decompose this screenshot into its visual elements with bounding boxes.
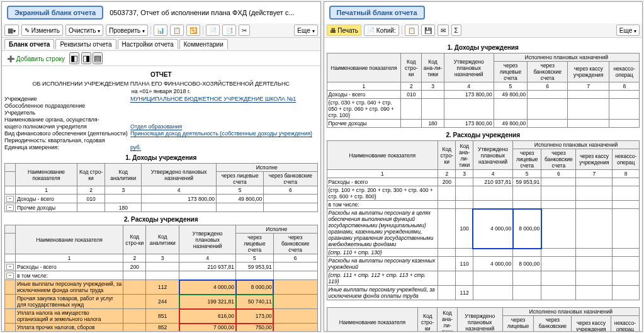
val-unit: руб. xyxy=(130,144,141,150)
copies-button[interactable]: 📄 Копий: xyxy=(364,25,399,36)
left-content[interactable]: ОТЧЕТ ОБ ИСПОЛНЕНИИ УЧРЕЖДЕНИЕМ ПЛАНА ЕГ… xyxy=(2,66,320,331)
clear-button[interactable]: Очистить ▾ xyxy=(65,25,103,36)
section2-title: 2. Расходы учреждения xyxy=(4,216,318,223)
rtool-d[interactable]: Σ xyxy=(451,25,461,36)
expand-toggle[interactable]: − xyxy=(6,273,14,279)
table-row[interactable]: − Прочие доходы 180 xyxy=(5,203,318,212)
lbl-subdivision: Обособленное подразделение xyxy=(4,103,130,109)
more-button-left[interactable]: Еще ▾ xyxy=(294,25,317,36)
table-row[interactable]: Иные выплаты персоналу учреждений, за ис… xyxy=(5,280,318,295)
rtool-b[interactable]: 💾 xyxy=(421,25,435,36)
r-expense-table-2: Наименование показателя Код стро-ки Код … xyxy=(327,307,640,331)
tool-icon-b[interactable]: 📋 xyxy=(170,25,184,36)
income-table: Наименование показателя Код стро-ки Код … xyxy=(4,163,318,212)
tool-icon-e[interactable]: 📑 xyxy=(222,25,236,36)
document-title: 0503737, Отчет об исполнении плана ФХД (… xyxy=(110,9,317,16)
edit-button[interactable]: ✎ Изменить xyxy=(21,25,63,36)
lbl-founder: Учредитель xyxy=(4,110,130,116)
lbl-institution: Учреждение xyxy=(4,96,130,102)
expand-toggle[interactable]: − xyxy=(6,264,14,270)
check-button[interactable]: Проверить ▾ xyxy=(106,25,148,36)
expand-toggle[interactable]: − xyxy=(6,196,14,202)
table-row[interactable]: Прочая закупка товаров, работ и услуг дл… xyxy=(5,295,318,309)
print-button[interactable]: 🖶 Печать xyxy=(327,25,362,36)
table-row: (стр. 100 + стр. 200 + стр. 300 + стр. 4… xyxy=(327,186,640,201)
table-row: Расходы - всего200 210 937,8159 953,91 xyxy=(327,178,640,186)
row-tool-b[interactable]: ◨ xyxy=(81,52,91,64)
tool-icon-c[interactable]: 🔁 xyxy=(186,25,200,36)
r-expense-table-1: Наименование показателя Код стро-ки Код … xyxy=(327,140,640,300)
table-row[interactable]: − Расходы - всего200 210 937,81 59 953,9… xyxy=(5,262,318,271)
left-tabs: Бланк отчета Реквизиты отчета Настройки … xyxy=(2,38,320,51)
val-organ: Отдел образования xyxy=(130,123,182,130)
rtool-c[interactable]: ✉ xyxy=(438,25,449,36)
tab-requisites[interactable]: Реквизиты отчета xyxy=(55,39,116,49)
r-section1: 1. Доходы учреждения xyxy=(327,44,640,51)
expense-table: Наименование показателя Код стро-ки Код … xyxy=(4,225,318,331)
lbl-fin: Вид финансового обеспечения (деятельност… xyxy=(4,130,130,137)
print-form-pane: Печатный бланк отчета 🖶 Печать 📄 Копий: … xyxy=(324,1,643,332)
r-income-table: Наименование показателя Код стро-ки Код … xyxy=(327,53,640,128)
table-row: (стр. 110 + стр. 130) xyxy=(327,249,640,257)
val-institution: МУНИЦИПАЛЬНОЕ БЮДЖЕТНОЕ УЧРЕЖДЕНИЕ ШКОЛА… xyxy=(130,96,296,102)
lbl-period: Периодичность: квартальная, годовая xyxy=(4,137,130,144)
table-row: Иные выплаты персоналу учреждений, за ис… xyxy=(327,286,640,300)
val-fin: Приносящая доход деятельность (собственн… xyxy=(130,130,312,137)
form-date: на «01» января 2018 г. xyxy=(4,88,318,94)
table-row: (стр. 111 + стр. 112 + стр. 113 + стр. 1… xyxy=(327,271,640,286)
lbl-organ: Наименование органа, осуществля- xyxy=(4,116,130,123)
table-row: Прочие доходы180 173 800,0049 800,00 xyxy=(327,120,640,128)
rtool-a[interactable]: 📋 xyxy=(405,25,419,36)
tool-icon-a[interactable]: 📊 xyxy=(154,25,167,36)
right-content[interactable]: 1. Доходы учреждения Наименование показа… xyxy=(324,38,643,331)
tool-icon-f[interactable]: ✂ xyxy=(239,25,250,36)
right-toolbar: 🖶 Печать 📄 Копий: 📋 💾 ✉ Σ Еще ▾ xyxy=(324,23,643,38)
table-row[interactable]: Уплата налога на имущество организаций и… xyxy=(5,309,318,324)
tab-form[interactable]: Бланк отчета xyxy=(4,39,54,49)
icon-button-1[interactable]: ▦▾ xyxy=(4,25,19,36)
table-row[interactable]: − в том числе: xyxy=(5,271,318,280)
form-subtitle: ОБ ИСПОЛНЕНИИ УЧРЕЖДЕНИЕМ ПЛАНА ЕГО ФИНА… xyxy=(4,81,318,87)
table-row[interactable]: Уплата прочих налогов, сборов 852 7 000,… xyxy=(5,324,318,332)
left-toolbar: ▦▾ ✎ Изменить Очистить ▾ Проверить ▾ 📊 📋… xyxy=(2,23,320,38)
row-tool-a[interactable]: ◧ xyxy=(69,52,79,64)
tool-icon-d[interactable]: 📄 xyxy=(206,25,220,36)
add-row-button[interactable]: ➕ Добавить строку xyxy=(4,54,67,64)
expand-toggle[interactable]: − xyxy=(6,205,14,211)
tab-settings[interactable]: Настройки отчета xyxy=(118,39,178,49)
table-row: Расходы на выплаты персоналу казенных уч… xyxy=(327,257,640,271)
screen-form-header: Экранный бланк отчета xyxy=(7,6,103,20)
table-row: Доходы - всего010 173 800,0049 800,00 xyxy=(327,91,640,99)
form-title: ОТЧЕТ xyxy=(4,71,318,78)
more-button-right[interactable]: Еще ▾ xyxy=(616,25,640,36)
table-row[interactable]: − Доходы - всего010 173 800,00 49 800,00 xyxy=(5,195,318,203)
tab-comments[interactable]: Комментарии xyxy=(179,39,228,49)
section1-title: 1. Доходы учреждения xyxy=(4,154,318,161)
lbl-organ2: ющего полномочия учредителя xyxy=(4,123,130,130)
r-section2: 2. Расходы учреждения xyxy=(327,132,640,138)
print-form-header: Печатный бланк отчета xyxy=(329,6,425,20)
lbl-unit: Единица измерения: xyxy=(4,144,130,150)
screen-form-pane: Экранный бланк отчета 0503737, Отчет об … xyxy=(1,1,321,332)
table-row: в том числе: xyxy=(327,201,640,209)
table-row: (стр. 030 + стр. 040 + стр. 050 + стр. 0… xyxy=(327,99,640,120)
table-row: Расходы на выплаты персоналу в целях обе… xyxy=(327,209,640,249)
row-tool-c[interactable]: ▤ xyxy=(93,52,103,64)
